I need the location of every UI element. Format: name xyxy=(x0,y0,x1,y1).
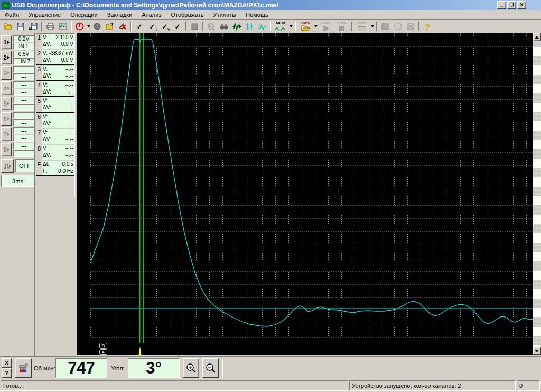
channel-7-button[interactable]: 7 xyxy=(1,127,12,141)
menu-analysis[interactable]: Анализ xyxy=(137,11,166,19)
device-status: Устройство запущено, кол-во каналов: 2 xyxy=(349,380,516,391)
channel-2-button[interactable]: 2 xyxy=(1,51,12,64)
toolbar-separator xyxy=(185,22,186,31)
fit-waveform-button[interactable] xyxy=(230,21,243,32)
channel-6-button[interactable]: 6 xyxy=(1,112,12,126)
check-button[interactable]: ✓ xyxy=(133,21,146,32)
channel-8-scale-field[interactable]: --- xyxy=(13,143,34,150)
dropdown-arrow-icon xyxy=(371,25,374,27)
panel-help-button[interactable]: ? xyxy=(2,368,12,378)
ch1-delta-value: 0.0 V xyxy=(61,41,73,48)
script-label: A:B#C xyxy=(355,21,369,24)
ignition-tool-button[interactable] xyxy=(15,358,32,378)
close-button[interactable]: X xyxy=(517,1,526,9)
script-run-button[interactable]: A:B#C xyxy=(318,21,334,32)
menu-display[interactable]: Отображать xyxy=(166,11,208,19)
zoom-in-button[interactable] xyxy=(183,358,199,378)
channel-1-scale-field[interactable]: 0.2V xyxy=(13,35,34,42)
timebase-field[interactable]: 3ms xyxy=(1,175,34,187)
menu-bookmarks[interactable]: Закладки xyxy=(102,11,137,19)
trigger-button[interactable] xyxy=(1,159,14,173)
minimize-button[interactable]: _ xyxy=(497,1,506,9)
channel-2-scale-field[interactable]: 0.5V xyxy=(13,51,34,58)
cursor-measure-button[interactable] xyxy=(243,21,256,32)
menu-file[interactable]: Файл xyxy=(0,11,24,19)
window-pattern-button[interactable] xyxy=(391,21,404,32)
save-fragment-button[interactable] xyxy=(27,21,40,32)
channel-5-button[interactable]: 5 xyxy=(1,97,12,110)
channel-row-3: 3 --- --- xyxy=(0,66,35,81)
start-stop-button[interactable] xyxy=(73,21,86,32)
waveform-display[interactable]: B A xyxy=(77,33,533,355)
channel-3-input-field[interactable]: --- xyxy=(13,73,34,80)
ch2-delta-value: 0.0 V xyxy=(61,57,73,63)
channel-3-button[interactable]: 3 xyxy=(1,66,12,80)
channel-5-scale-field[interactable]: --- xyxy=(13,97,34,104)
cursor-a-tag[interactable]: A xyxy=(99,349,107,355)
waveform-canvas[interactable] xyxy=(77,33,533,356)
find-signal-button[interactable] xyxy=(218,21,230,32)
check-wave-button[interactable]: ✓∿ xyxy=(158,21,171,32)
channel-4-button[interactable]: 4 xyxy=(1,81,12,95)
check-down-button[interactable]: ✓↓ xyxy=(146,21,158,32)
panel-divider xyxy=(34,33,35,357)
panel-close-button[interactable]: X xyxy=(2,358,12,368)
page-preview-button[interactable] xyxy=(57,21,69,32)
channel-8-input-field[interactable]: --- xyxy=(13,150,34,157)
measurement-panel: 1 V:2.110 V ΔV:0.0 V 2 V:-38.67 mV ΔV:0.… xyxy=(36,33,75,197)
restore-button[interactable]: ❐ xyxy=(507,1,516,9)
display-vertical-scrollbar[interactable] xyxy=(533,33,541,355)
new-fragment-button[interactable] xyxy=(104,21,116,32)
channel-8-button[interactable]: 8 xyxy=(1,143,12,156)
record-button[interactable] xyxy=(91,21,104,32)
channel-3-scale-field[interactable]: --- xyxy=(13,66,34,73)
channel-6-scale-field[interactable]: --- xyxy=(13,112,34,119)
memory-button[interactable]: MEM xyxy=(273,21,288,32)
channel-2-input-field[interactable]: - IN 7 xyxy=(13,58,34,65)
channel-6-input-field[interactable]: --- xyxy=(13,119,34,126)
measurement-row-3: 3 V:--.-- ΔV:--.-- xyxy=(36,66,74,81)
menu-control[interactable]: Управление xyxy=(24,11,66,19)
channel-1-button[interactable]: 1 xyxy=(1,35,12,49)
menu-operations[interactable]: Операции xyxy=(66,11,102,19)
script-open-button[interactable]: A:B#C xyxy=(297,21,313,32)
dotted-square-icon xyxy=(394,23,402,30)
zoom-out-button[interactable] xyxy=(202,358,219,378)
window-title: USB Осциллограф - C:\Documents and Setti… xyxy=(12,2,278,9)
start-stop-dropdown[interactable] xyxy=(86,21,91,32)
channel-7-input-field[interactable]: --- xyxy=(13,135,34,142)
menu-help[interactable]: Помощь xyxy=(241,11,273,19)
save-button[interactable] xyxy=(14,21,27,32)
open-file-button[interactable] xyxy=(2,21,14,32)
check-right-button[interactable]: ✓→ xyxy=(171,21,184,32)
delete-fragment-button[interactable] xyxy=(116,21,129,32)
channel-5-input-field[interactable]: --- xyxy=(13,104,34,111)
search-globe-button[interactable] xyxy=(205,21,218,32)
channel-7-scale-field[interactable]: --- xyxy=(13,127,34,134)
cursor-b-tag[interactable]: B xyxy=(99,343,107,349)
memory-dropdown[interactable] xyxy=(288,21,293,32)
waveform-dots-icon xyxy=(258,23,266,31)
script-stop-button[interactable]: A:B#C xyxy=(334,21,350,32)
green-waveform-icon xyxy=(232,23,241,31)
stop-display-button[interactable] xyxy=(188,21,201,32)
frequency-value: 0.0 Hz xyxy=(58,168,73,174)
channel-4-input-field[interactable]: --- xyxy=(13,89,34,96)
window-close-all-button[interactable] xyxy=(404,21,417,32)
script-open-dropdown[interactable] xyxy=(313,21,318,32)
help-button[interactable]: ? xyxy=(421,21,434,32)
scroll-down-button[interactable] xyxy=(533,347,541,355)
waveform-options-button[interactable] xyxy=(256,21,268,32)
power-icon xyxy=(76,22,84,31)
channel-4-scale-field[interactable]: --- xyxy=(13,81,34,88)
record-circle-icon xyxy=(94,23,101,30)
script-folder-icon xyxy=(301,25,310,31)
script-editor-button[interactable]: A:B#C xyxy=(354,21,370,32)
scroll-up-button[interactable] xyxy=(533,33,541,41)
window-solid-button[interactable] xyxy=(379,21,391,32)
script-editor-dropdown[interactable] xyxy=(370,21,375,32)
menu-utilities[interactable]: Утилиты xyxy=(209,11,241,19)
print-button[interactable] xyxy=(44,21,57,32)
channel-1-input-field[interactable]: IN 1 xyxy=(13,43,34,50)
trigger-mode-field[interactable]: OFF xyxy=(15,159,34,172)
